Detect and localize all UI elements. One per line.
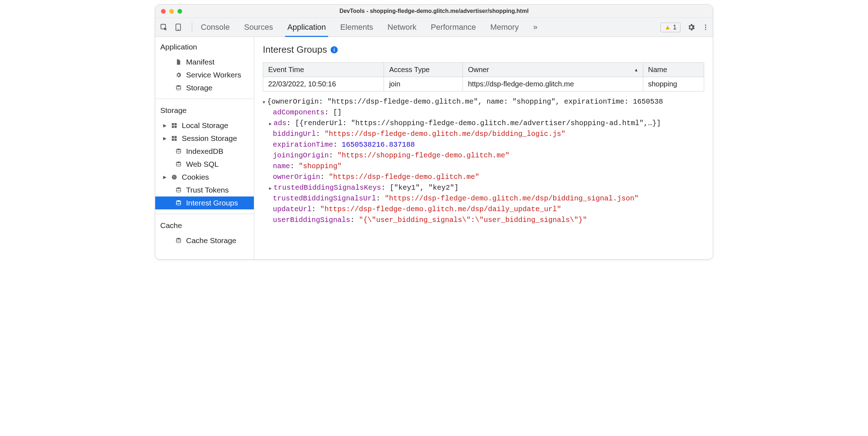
cell-access-type: join [384,77,463,91]
database-icon [175,148,182,155]
svg-point-19 [174,176,175,176]
sidebar-item-label: Interest Groups [186,199,238,207]
tab-memory[interactable]: Memory [490,18,518,37]
sidebar-section-application: Application [155,37,254,56]
chevron-right-icon: ▶ [268,121,273,127]
sidebar-item-storage[interactable]: Storage [155,81,254,94]
svg-point-18 [173,176,174,177]
prop-trustedbiddingsignalskeys[interactable]: ▶trustedBiddingSignalsKeys: ["key1", "ke… [257,183,710,193]
sidebar-item-label: Manifest [186,58,214,66]
prop-joiningorigin[interactable]: joiningOrigin: "https://shopping-fledge-… [257,150,710,161]
svg-point-4 [705,27,706,28]
device-toolbar-icon[interactable] [173,23,183,31]
minimize-window-button[interactable] [169,9,174,14]
info-icon[interactable]: i [331,46,338,53]
sidebar-item-interest-groups[interactable]: Interest Groups [155,196,254,209]
prop-biddingurl[interactable]: biddingUrl: "https://dsp-fledge-demo.gli… [257,129,710,139]
object-topline[interactable]: ▼{ownerOrigin: "https://dsp-fledge-demo.… [257,96,710,107]
sidebar-item-websql[interactable]: Web SQL [155,158,254,171]
sort-asc-icon: ▲ [634,67,639,72]
cell-name: shopping [643,77,704,91]
sidebar-item-label: Cookies [182,173,209,181]
svg-point-3 [705,25,706,26]
tab-application[interactable]: Application [287,18,326,37]
col-owner[interactable]: Owner▲ [463,63,643,77]
database-icon [175,161,182,167]
database-icon [175,200,182,206]
cell-owner: https://dsp-fledge-demo.glitch.me [463,77,643,91]
tab-network[interactable]: Network [388,18,417,37]
close-window-button[interactable] [161,9,166,14]
cell-event-time: 22/03/2022, 10:50:16 [263,77,384,91]
sidebar-item-service-workers[interactable]: Service Workers [155,68,254,81]
cookie-icon [170,174,178,180]
prop-userbiddingsignals[interactable]: userBiddingSignals: "{\"user_bidding_sig… [257,215,710,226]
sidebar-item-label: Web SQL [186,160,219,169]
svg-point-5 [705,29,706,30]
grid-icon [170,122,178,129]
titlebar: DevTools - shopping-fledge-demo.glitch.m… [155,5,713,18]
svg-point-20 [173,177,174,178]
svg-rect-14 [175,139,177,141]
zoom-window-button[interactable] [177,9,182,14]
sidebar-section-cache: Cache [155,215,254,234]
kebab-menu-icon[interactable] [702,24,709,31]
sidebar-item-label: IndexedDB [186,147,223,156]
chevron-right-icon: ▶ [162,136,167,141]
chevron-right-icon: ▶ [162,123,167,128]
devtools-window: DevTools - shopping-fledge-demo.glitch.m… [155,4,713,260]
gear-icon [175,72,182,78]
prop-adcomponents[interactable]: adComponents: [] [257,107,710,118]
tab-sources[interactable]: Sources [244,18,273,37]
sidebar-item-label: Local Storage [182,121,228,130]
warning-icon: ▲ [664,24,671,31]
svg-rect-7 [172,123,174,125]
sidebar-item-label: Session Storage [182,134,237,143]
prop-name[interactable]: name: "shopping" [257,161,710,172]
database-icon [175,187,182,193]
settings-icon[interactable] [687,23,696,32]
svg-rect-13 [172,139,174,141]
prop-ownerorigin[interactable]: ownerOrigin: "https://dsp-fledge-demo.gl… [257,172,710,183]
chevron-down-icon: ▼ [261,99,266,106]
sidebar-item-cookies[interactable]: ▶ Cookies [155,171,254,184]
svg-point-24 [176,238,181,240]
tab-performance[interactable]: Performance [431,18,476,37]
sidebar-item-label: Trust Tokens [186,186,229,194]
sidebar-item-trust-tokens[interactable]: Trust Tokens [155,184,254,196]
warnings-badge[interactable]: ▲ 1 [660,23,680,32]
svg-rect-12 [175,136,177,138]
more-tabs-button[interactable]: » [533,18,537,37]
svg-point-6 [176,85,181,87]
sidebar-item-indexeddb[interactable]: IndexedDB [155,145,254,158]
col-event-time[interactable]: Event Time [263,63,384,77]
svg-rect-10 [175,126,177,128]
table-row[interactable]: 22/03/2022, 10:50:16 join https://dsp-fl… [263,77,704,91]
devtools-toolbar: Console Sources Application Elements Net… [155,18,713,37]
sidebar-item-manifest[interactable]: Manifest [155,56,254,68]
svg-rect-11 [172,136,174,138]
sidebar-item-session-storage[interactable]: ▶ Session Storage [155,132,254,145]
sidebar-item-cache-storage[interactable]: Cache Storage [155,234,254,247]
file-icon [175,59,182,65]
svg-point-16 [176,162,181,164]
tab-console[interactable]: Console [201,18,230,37]
window-title: DevTools - shopping-fledge-demo.glitch.m… [155,8,713,14]
prop-expirationtime[interactable]: expirationTime: 1650538216.837188 [257,139,710,150]
window-controls [155,9,182,14]
svg-rect-8 [175,123,177,125]
chevron-right-icon: ▶ [162,175,167,180]
panel-body: Application Manifest Service Workers Sto… [155,37,713,259]
sidebar-item-label: Storage [186,84,213,92]
tab-elements[interactable]: Elements [340,18,373,37]
prop-ads[interactable]: ▶ads: [{renderUrl: "https://shopping-fle… [257,118,710,129]
col-access-type[interactable]: Access Type [384,63,463,77]
sidebar-item-label: Service Workers [186,71,241,79]
warnings-count: 1 [673,24,677,31]
prop-trustedbiddingsignalsurl[interactable]: trustedBiddingSignalsUrl: "https://dsp-f… [257,193,710,204]
prop-updateurl[interactable]: updateUrl: "https://dsp-fledge-demo.glit… [257,204,710,215]
col-name[interactable]: Name [643,63,704,77]
chevron-right-icon: ▶ [268,185,273,192]
sidebar-item-local-storage[interactable]: ▶ Local Storage [155,119,254,132]
inspect-element-icon[interactable] [159,23,169,31]
